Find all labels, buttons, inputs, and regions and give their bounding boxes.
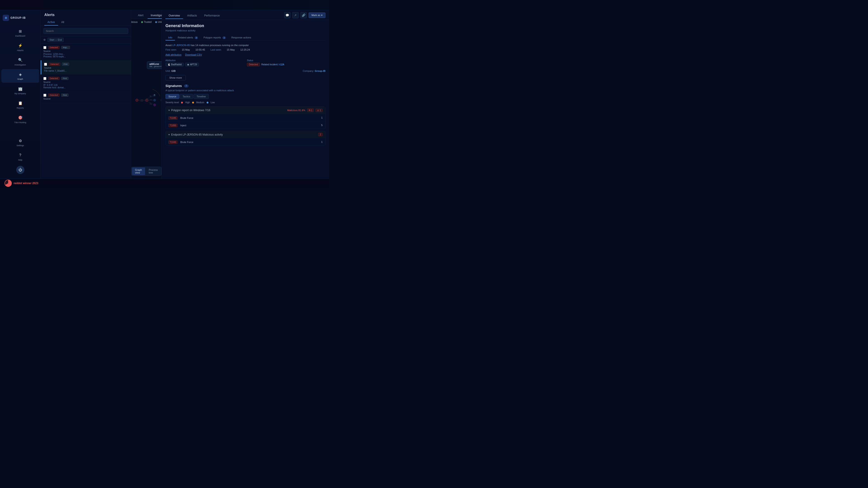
help-icon: ?	[18, 152, 23, 158]
sidebar-item-label: TI&A Hunting	[14, 121, 26, 124]
sidebar-item-investigation[interactable]: 🔍 Investigation	[1, 55, 39, 68]
alert-checkbox[interactable]	[43, 77, 46, 80]
list-item[interactable]: Detected First Source File name: f_00adb…	[41, 60, 131, 74]
date-filter-button[interactable]: Start — End	[48, 38, 64, 42]
sidebar-item-graph[interactable]: ◈ Graph	[1, 69, 39, 83]
svg-point-14	[136, 99, 138, 101]
polygon-title-2: ▾ Endpoint LP-JERSON-85 Malicious activi…	[168, 133, 223, 136]
alert-source-label: Source	[43, 98, 128, 100]
malicious-pct: Malicious 81.6%	[287, 109, 305, 111]
tactic-count: 5	[321, 124, 322, 127]
tab-polygon-reports[interactable]: Polygon reports 2	[201, 35, 228, 40]
legend-unknown-label: Unknown	[158, 21, 162, 23]
sidebar-item-dashboard[interactable]: ⊞ Dashboard	[1, 26, 39, 39]
sidebar-item-my-company[interactable]: 🏢 My company	[1, 84, 39, 97]
polygon-count: 2	[318, 133, 322, 136]
status-label: Status	[247, 59, 326, 62]
severity-low-dot	[207, 102, 209, 103]
svg-text:file: file	[154, 95, 155, 96]
show-more-button[interactable]: Show more	[165, 75, 186, 80]
polygon-section-1: ▾ Polygon report on Windows 7/16 Malicio…	[165, 106, 326, 129]
process-tree-button[interactable]: Process tree	[146, 167, 161, 175]
tactic-name: Inject	[180, 124, 186, 127]
sig-tab-source[interactable]: Source	[165, 94, 179, 99]
list-item[interactable]: Detected Insp... Source Process: 1234 ch…	[41, 43, 131, 60]
status-badge: Detected	[48, 77, 59, 80]
polygon-count-2: ⊙ 1	[315, 109, 322, 112]
sidebar-item-label: Graph	[18, 78, 23, 80]
tab-response-actions[interactable]: Response actions	[228, 35, 254, 40]
alert-item-header: Detected Insp...	[43, 46, 128, 49]
signatures-count: 7	[184, 85, 188, 88]
polygon-section-2-header[interactable]: ▾ Endpoint LP-JERSON-85 Malicious activi…	[166, 131, 325, 138]
reports-icon: 📋	[18, 100, 23, 106]
type-badge: Insp...	[61, 46, 70, 49]
signatures-description: A typical footprint or pattern associate…	[165, 89, 326, 92]
polygon-title-1: ▾ Polygon report on Windows 7/16	[168, 109, 210, 112]
related-alerts-badge: 3	[195, 36, 198, 39]
tab-all[interactable]: All	[58, 19, 67, 26]
sig-tab-tactics[interactable]: Tactics	[180, 94, 193, 99]
severity-row: Severity level High Medium Low	[165, 101, 326, 104]
sidebar-item-help[interactable]: ? Help	[1, 150, 39, 164]
alert-checkbox[interactable]	[43, 46, 46, 49]
sidebar-item-attacks[interactable]: ⚡ Attacks	[1, 40, 39, 54]
unit-block: Unit: GIB	[165, 70, 176, 72]
polygon-reports-badge: 2	[222, 36, 226, 39]
tactic-row[interactable]: T1045 Brute Force 1	[166, 138, 325, 145]
section-subtitle: Huntpoint malicious activity	[165, 29, 326, 32]
svg-point-21	[153, 94, 155, 96]
alert-title: Alerts	[44, 13, 127, 17]
polygon-section-2: ▾ Endpoint LP-JERSON-85 Malicious activi…	[165, 131, 326, 146]
logo-area: ⊞ GROUP-IB	[0, 13, 40, 23]
add-attribution-link[interactable]: Add attribution	[165, 53, 182, 56]
tab-performance[interactable]: Performance	[201, 13, 223, 19]
chevron-down-icon: ▾	[168, 133, 170, 136]
list-item[interactable]: Detected First Source IP: 5.9.97.116 Rem…	[41, 74, 131, 91]
alert-header: Alerts Active All	[41, 10, 131, 26]
tab-info[interactable]: Info	[165, 35, 175, 40]
investigation-header: Alert Investigation MITRE	[131, 10, 162, 19]
view-toggle: Graph view Process tree	[131, 167, 161, 176]
tab-active[interactable]: Active	[44, 19, 58, 26]
reddot-text: reddot winner 2023	[13, 182, 38, 185]
tactic-left: T1045 Brute Force	[168, 140, 193, 144]
tab-alert[interactable]: Alert	[135, 12, 147, 19]
search-input[interactable]	[43, 28, 128, 34]
alert-list: Detected Insp... Source Process: 1234 ch…	[41, 43, 131, 178]
list-item[interactable]: Detected First Source	[41, 91, 131, 103]
filter-row: ⚙ Start — End	[41, 36, 131, 43]
copy-icon: ⧉	[309, 109, 310, 111]
mark-as-button[interactable]: Mark as ▾	[309, 12, 326, 18]
sidebar-item-settings[interactable]: ⚙ Settings	[1, 135, 39, 149]
graph-view-button[interactable]: Graph view	[132, 167, 145, 175]
sidebar-item-reports[interactable]: 📋 Reports	[1, 98, 39, 111]
tab-artifacts[interactable]: Artifacts	[184, 13, 200, 19]
alert-host: Remote host: domai...	[43, 86, 128, 89]
attacks-icon: ⚡	[18, 43, 23, 48]
download-csv-link[interactable]: Download CSV	[185, 53, 202, 56]
sidebar-item-ti-hunting[interactable]: 🎯 TI&A Hunting	[1, 112, 39, 126]
link-icon[interactable]: 🔗	[301, 12, 307, 18]
status-detected: Detected	[247, 63, 260, 66]
alert-checkbox[interactable]	[44, 63, 47, 66]
tab-overview[interactable]: Overview	[165, 13, 183, 19]
apt29-icon: ◉	[187, 63, 189, 66]
alert-tabs: Active All	[44, 19, 127, 26]
chat-icon[interactable]: 💬	[284, 12, 290, 18]
sidebar-item-label: Attacks	[17, 49, 24, 52]
polygon-section-1-header[interactable]: ▾ Polygon report on Windows 7/16 Malicio…	[166, 107, 325, 114]
alert-process-1: Process: 1234 chro...	[43, 53, 128, 55]
tab-related-alerts[interactable]: Related alerts 3	[175, 35, 201, 40]
tactic-row[interactable]: T1045 Brute Force 1	[166, 114, 325, 121]
asset-link[interactable]: LP-JERSON-85	[173, 44, 190, 46]
tactic-left: T1045 Brute Force	[168, 116, 193, 120]
svg-text:cmd: cmd	[154, 100, 155, 101]
tactic-row[interactable]: T1055 Inject 5	[166, 121, 325, 129]
alert-checkbox[interactable]	[43, 94, 46, 97]
detail-grid: Attribution 🐇 BadRabbit ◉ APT29	[165, 59, 326, 66]
power-icon[interactable]: ⏻	[16, 166, 24, 174]
share-icon[interactable]: ↗	[292, 12, 299, 18]
polygon-count-row-2: 2	[318, 133, 322, 136]
sig-tab-timeline[interactable]: Timeline	[193, 94, 209, 99]
